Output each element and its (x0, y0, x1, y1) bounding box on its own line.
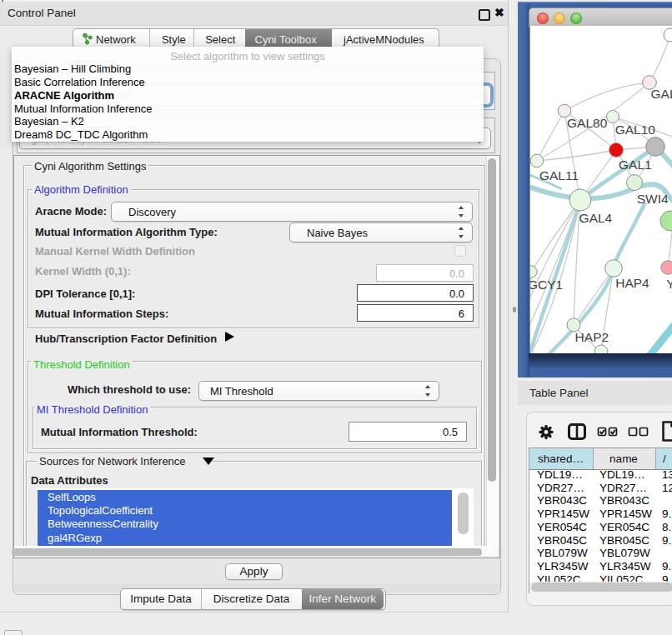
svg-text:HAP4: HAP4 (615, 276, 649, 290)
svg-text:SWI4: SWI4 (637, 192, 669, 206)
svg-text:GCY1: GCY1 (530, 278, 563, 292)
svg-text:GAL7: GAL7 (651, 87, 672, 101)
svg-text:GAL80: GAL80 (567, 116, 608, 130)
svg-text:Y: Y (666, 277, 672, 291)
svg-text:GAL11: GAL11 (539, 168, 579, 182)
svg-text:GAL10: GAL10 (615, 122, 656, 137)
svg-text:GAL4: GAL4 (579, 211, 613, 225)
svg-text:HAP2: HAP2 (575, 330, 609, 344)
svg-text:GAL1: GAL1 (619, 158, 652, 172)
